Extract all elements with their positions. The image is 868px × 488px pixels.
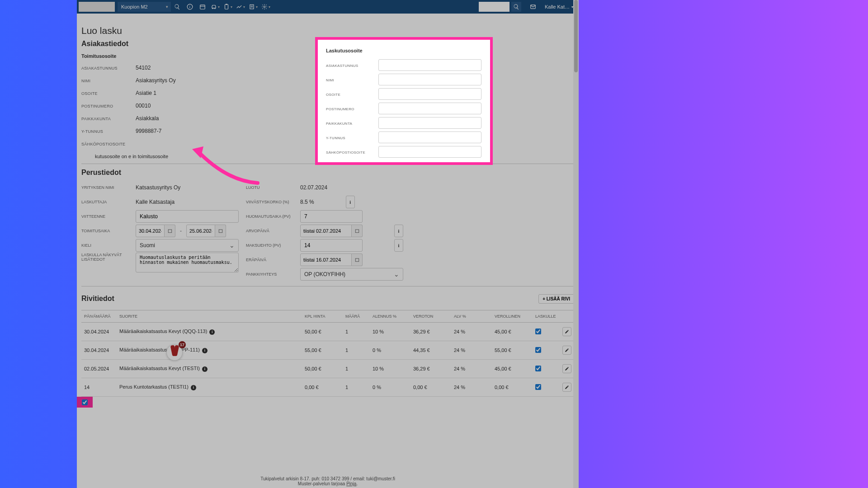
kieli-select[interactable]: Suomi <box>136 239 239 252</box>
notification-widget[interactable]: 17 <box>166 343 184 361</box>
arvopaiva-input[interactable] <box>300 225 352 237</box>
label-yritys: YRITYKSEN NIMI <box>81 185 136 190</box>
calendar-icon[interactable] <box>165 225 175 237</box>
viitteenne-input[interactable] <box>136 210 239 223</box>
cell-veroton: 36,29 € <box>410 360 451 378</box>
calendar-icon[interactable] <box>196 0 209 14</box>
svg-rect-13 <box>355 230 359 233</box>
value-yritys: Katsastusyritys Oy <box>136 184 180 191</box>
chart-menu-icon[interactable] <box>234 0 247 14</box>
date-separator: - <box>180 228 182 234</box>
erapaiva-input[interactable] <box>300 253 352 266</box>
edit-row-button[interactable] <box>562 346 571 355</box>
lisatiedot-textarea[interactable] <box>136 253 239 272</box>
edit-row-button[interactable] <box>562 383 571 392</box>
value-viivastyskorko: 8.5 % <box>300 199 314 205</box>
billing-paikkakunta-input[interactable] <box>378 117 481 129</box>
th-kpl: KPL HINTA <box>302 310 343 323</box>
cell-verollinen: 45,00 € <box>492 360 533 378</box>
label-viitteenne: VIITTEENNE <box>81 214 136 219</box>
th-verollinen: VEROLLINEN <box>492 310 533 323</box>
row-laskulle-checkbox[interactable] <box>535 347 541 353</box>
add-row-button[interactable]: + LISÄÄ RIVI <box>538 294 574 304</box>
value-nimi: Asiakasyritys Oy <box>136 77 176 84</box>
notification-count: 17 <box>179 341 186 348</box>
gear-menu-icon[interactable] <box>259 0 272 14</box>
section-perustiedot-title: Perustiedot <box>81 169 574 177</box>
clipboard-menu-icon[interactable] <box>222 0 234 14</box>
billing-asiakastunnus-input[interactable] <box>378 59 481 71</box>
label-email: SÄHKÖPOSTIOSOITE <box>81 141 136 146</box>
billing-postinumero-input[interactable] <box>378 103 481 114</box>
info-icon[interactable]: i <box>191 385 196 390</box>
car-menu-icon[interactable] <box>209 0 222 14</box>
billing-ytunnus-input[interactable] <box>378 131 481 143</box>
calendar-icon[interactable] <box>215 225 226 237</box>
info-button[interactable]: i <box>394 225 403 237</box>
info-button[interactable]: i <box>394 239 403 252</box>
calendar-icon[interactable] <box>352 225 363 237</box>
label-pankkiyhteys: PANKKIYHTEYS <box>246 272 300 277</box>
maksuehto-input[interactable] <box>300 239 363 252</box>
cell-suorite: Perus Kuntotarkastus (TESTI1) i <box>117 378 302 397</box>
cell-maara: 1 <box>343 378 370 397</box>
info-button[interactable]: i <box>346 196 355 208</box>
cell-suorite: Määräaikaiskatsastus O2 (PPP-111) i <box>117 341 302 360</box>
table-row: 14 Perus Kuntotarkastus (TESTI1) i 0,00 … <box>81 378 574 397</box>
list-menu-icon[interactable] <box>247 0 259 14</box>
cell-kpl: 50,00 € <box>302 323 343 341</box>
row-laskulle-checkbox[interactable] <box>535 328 541 334</box>
edit-row-button[interactable] <box>562 327 571 336</box>
billing-osoite-input[interactable] <box>378 88 481 100</box>
page-footer: Tukipalvelut arkisin 8-17. puh: 010 3472… <box>77 474 579 488</box>
cell-alv: 24 % <box>451 360 492 378</box>
table-row: 02.05.2024 Määräaikaiskatsastus Kevyt (T… <box>81 360 574 378</box>
info-icon[interactable]: i <box>202 366 208 372</box>
cell-veroton: 36,29 € <box>410 323 451 341</box>
global-search-input[interactable] <box>479 2 509 12</box>
search-icon[interactable] <box>171 0 184 14</box>
cell-verollinen: 45,00 € <box>492 323 533 341</box>
cell-laskulle <box>533 323 560 341</box>
toimitus-alku-input[interactable] <box>136 225 165 237</box>
section-rivitiedot-title: Rivitiedot <box>81 295 114 303</box>
global-search-button[interactable] <box>511 2 521 12</box>
billing-label-postinumero: POSTINUMERO <box>326 106 378 111</box>
billing-label-paikkakunta: PAIKKAKUNTA <box>326 121 378 126</box>
user-menu[interactable]: Kalle Kat… <box>541 4 577 9</box>
page-title: Luo lasku <box>81 25 574 36</box>
row-laskulle-checkbox[interactable] <box>535 384 541 390</box>
cell-date: 14 <box>81 378 117 397</box>
billing-nimi-input[interactable] <box>378 74 481 85</box>
billing-email-input[interactable] <box>378 146 481 158</box>
label-osoite: OSOITE <box>81 90 136 96</box>
cell-alennus: 0 % <box>370 341 410 360</box>
label-toimitusaika: TOIMITUSAIKA <box>81 229 136 233</box>
info-icon[interactable]: i <box>202 348 208 353</box>
cell-alennus: 0 % <box>370 378 410 397</box>
info-icon[interactable]: i <box>209 329 215 335</box>
th-maara: MÄÄRÄ <box>343 310 370 323</box>
billing-same-as-delivery-label: kutusosoite on e in toimitusosoite <box>95 154 168 159</box>
calendar-icon[interactable] <box>352 253 363 266</box>
edit-row-button[interactable] <box>562 364 571 373</box>
huomautusaika-input[interactable] <box>300 210 363 223</box>
info-icon[interactable]: i <box>184 0 196 14</box>
page-scrollbar[interactable] <box>573 0 579 488</box>
mail-icon[interactable] <box>527 0 539 14</box>
cell-alennus: 10 % <box>370 360 410 378</box>
row-laskulle-checkbox[interactable] <box>535 366 541 371</box>
billing-same-as-delivery-checkbox[interactable] <box>82 399 88 405</box>
th-paivamaara: PÄIVÄMÄÄRÄ <box>81 310 117 323</box>
label-asiakastunnus: ASIAKASTUNNUS <box>81 65 136 70</box>
pankkiyhteys-select[interactable]: OP (OKOYFIHH) <box>300 268 403 281</box>
laskutusosoite-heading: Laskutusosoite <box>326 48 482 53</box>
cell-alennus: 10 % <box>370 323 410 341</box>
toimitus-loppu-input[interactable] <box>186 225 215 237</box>
laskutusosoite-panel: Laskutusosoite ASIAKASTUNNUS NIMI OSOITE… <box>315 37 493 165</box>
label-nimi: NIMI <box>81 78 136 83</box>
value-osoite: Asiatie 1 <box>136 90 156 96</box>
station-dropdown[interactable]: Kuopion M2 <box>118 2 171 12</box>
cell-kpl: 50,00 € <box>302 360 343 378</box>
svg-rect-2 <box>200 5 205 9</box>
